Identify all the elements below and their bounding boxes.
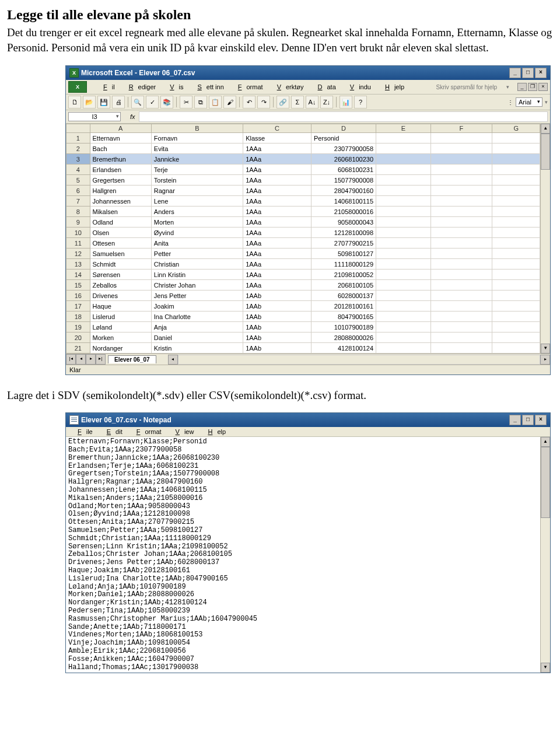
cell[interactable]	[376, 249, 431, 259]
cell[interactable]: 1AAa	[243, 196, 312, 206]
cell[interactable]: 1AAb	[243, 301, 312, 312]
cell[interactable]	[430, 228, 492, 238]
menu-format[interactable]: Format	[229, 82, 268, 92]
menu-verktøy[interactable]: Verktøy	[268, 82, 309, 92]
row-header[interactable]: 13	[66, 259, 90, 270]
cell[interactable]	[492, 259, 540, 270]
cell[interactable]: Christer Johan	[151, 280, 243, 290]
name-box[interactable]: I3	[68, 112, 121, 121]
np-menu-format[interactable]: Format	[127, 427, 166, 436]
cell[interactable]	[430, 154, 492, 164]
spreadsheet-grid[interactable]: ABCDEFG1EtternavnFornavnKlassePersonid2B…	[66, 124, 540, 354]
child-close-button[interactable]: ×	[538, 83, 548, 91]
cell[interactable]: Nordanger	[90, 343, 151, 354]
cell[interactable]	[376, 206, 431, 217]
cell[interactable]: Christian	[151, 259, 243, 270]
col-header-G[interactable]: G	[492, 124, 540, 133]
cell[interactable]	[376, 196, 431, 206]
cell[interactable]	[430, 290, 492, 301]
cell[interactable]: Erlandsen	[90, 164, 151, 175]
cell[interactable]	[376, 343, 431, 354]
cell[interactable]: 1AAa	[243, 206, 312, 217]
cell[interactable]: Fornavn	[151, 133, 243, 144]
cell[interactable]: Bach	[90, 144, 151, 154]
menu-data[interactable]: Data	[309, 82, 341, 92]
minimize-button[interactable]: _	[509, 68, 521, 78]
cell[interactable]: Ottesen	[90, 238, 151, 249]
cell[interactable]: Samuelsen	[90, 249, 151, 259]
cell[interactable]: Sørensen	[90, 270, 151, 280]
cell[interactable]: Anders	[151, 206, 243, 217]
select-all-cell[interactable]	[66, 124, 90, 133]
cell[interactable]: 6068100231	[312, 164, 376, 175]
cell[interactable]: Petter	[151, 249, 243, 259]
cell[interactable]: Zeballos	[90, 280, 151, 290]
cell[interactable]: Klasse	[243, 133, 312, 144]
cell[interactable]: 5098100127	[312, 249, 376, 259]
cell[interactable]	[376, 133, 431, 144]
row-header[interactable]: 9	[66, 217, 90, 228]
row-header[interactable]: 20	[66, 332, 90, 343]
cell[interactable]: 11118000129	[312, 259, 376, 270]
row-header[interactable]: 15	[66, 280, 90, 290]
np-scroll-up[interactable]: ▲	[541, 437, 550, 447]
cell[interactable]	[492, 332, 540, 343]
cell[interactable]: Hallgren	[90, 186, 151, 196]
cell[interactable]: Anita	[151, 238, 243, 249]
np-maximize-button[interactable]: □	[522, 415, 534, 425]
cell[interactable]	[430, 280, 492, 290]
cell[interactable]: Lene	[151, 196, 243, 206]
cell[interactable]: Bremerthun	[90, 154, 151, 164]
cell[interactable]	[492, 249, 540, 259]
cell[interactable]: 2068100105	[312, 280, 376, 290]
print-icon[interactable]: 🖨	[112, 96, 125, 108]
col-header-B[interactable]: B	[151, 124, 243, 133]
row-header[interactable]: 3	[66, 154, 90, 164]
cell[interactable]: 1AAb	[243, 322, 312, 332]
cell[interactable]: 1AAa	[243, 259, 312, 270]
np-vertical-scrollbar[interactable]: ▲ ▼	[540, 437, 550, 673]
excel-titlebar[interactable]: X Microsoft Excel - Elever 06_07.csv _ □…	[66, 66, 550, 80]
cell[interactable]: Personid	[312, 133, 376, 144]
cell[interactable]: 9058000043	[312, 217, 376, 228]
chart-icon[interactable]: 📊	[340, 96, 352, 108]
cell[interactable]	[376, 154, 431, 164]
cell[interactable]: Anja	[151, 322, 243, 332]
link-icon[interactable]: 🔗	[276, 96, 289, 108]
scroll-up-arrow[interactable]: ▲	[541, 124, 550, 134]
cell[interactable]: 1AAa	[243, 280, 312, 290]
notepad-titlebar[interactable]: Elever 06_07.csv - Notepad _ □ ×	[66, 413, 550, 427]
cell[interactable]: Johannessen	[90, 196, 151, 206]
np-menu-edit[interactable]: Edit	[97, 427, 127, 436]
cell[interactable]	[376, 259, 431, 270]
cell[interactable]	[430, 301, 492, 312]
cell[interactable]	[492, 133, 540, 144]
cell[interactable]: Odland	[90, 217, 151, 228]
cell[interactable]	[492, 154, 540, 164]
cell[interactable]: Terje	[151, 164, 243, 175]
cell[interactable]: 8047900165	[312, 312, 376, 322]
cell[interactable]: 20128100161	[312, 301, 376, 312]
help-icon[interactable]: ?	[354, 96, 367, 108]
research-icon[interactable]: 📚	[160, 96, 173, 108]
cell[interactable]: Jannicke	[151, 154, 243, 164]
tab-nav-first[interactable]: |◂	[66, 354, 76, 365]
cell[interactable]	[492, 312, 540, 322]
child-restore-button[interactable]: ❐	[528, 83, 537, 91]
col-header-A[interactable]: A	[90, 124, 151, 133]
notepad-text-area[interactable]: Etternavn;Fornavn;Klasse;Personid Bach;E…	[66, 437, 540, 673]
cell[interactable]	[376, 312, 431, 322]
sort-asc-icon[interactable]: A↓	[306, 96, 318, 108]
cell[interactable]	[492, 322, 540, 332]
hscroll-track[interactable]	[178, 355, 540, 365]
hscroll-left[interactable]: ◂	[168, 355, 178, 365]
row-header[interactable]: 11	[66, 238, 90, 249]
fx-label[interactable]: fx	[130, 113, 135, 120]
cell[interactable]: 10107900189	[312, 322, 376, 332]
cell[interactable]: 23077900058	[312, 144, 376, 154]
cell[interactable]: 21058000016	[312, 206, 376, 217]
cell[interactable]	[430, 270, 492, 280]
row-header[interactable]: 4	[66, 164, 90, 175]
redo-icon[interactable]: ↷	[257, 96, 270, 108]
preview-icon[interactable]: 🔍	[131, 96, 144, 108]
